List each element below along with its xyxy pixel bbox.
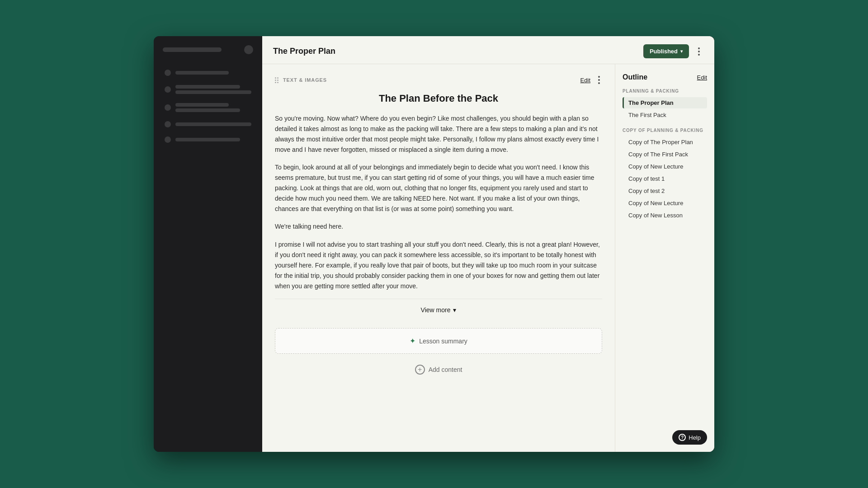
- drag-row: [275, 77, 278, 79]
- published-label: Published: [650, 48, 678, 55]
- sidebar-item-2[interactable]: [161, 82, 255, 97]
- block-type-label: TEXT & IMAGES: [283, 77, 327, 83]
- lesson-summary-block[interactable]: ✦ Lesson summary: [275, 328, 602, 354]
- lesson-summary-icon: ✦: [410, 337, 415, 345]
- sidebar-nav-circle-2: [165, 86, 171, 93]
- more-dot: [598, 79, 600, 81]
- outline-item-the-first-pack[interactable]: The First Pack: [623, 109, 707, 121]
- more-dot: [698, 54, 700, 56]
- add-content-label: Add content: [429, 366, 462, 373]
- sidebar-nav-lines-2: [175, 85, 251, 94]
- outline-item-copy-test-1[interactable]: Copy of test 1: [623, 173, 707, 184]
- sidebar-nav-circle-3: [165, 104, 171, 111]
- block-more-button[interactable]: [596, 75, 602, 85]
- more-dot: [598, 76, 600, 78]
- block-header-right: Edit: [580, 75, 602, 85]
- drag-handle[interactable]: [275, 77, 278, 83]
- edit-link[interactable]: Edit: [580, 77, 590, 84]
- sidebar-top-bar: [161, 45, 255, 54]
- outline-edit-link[interactable]: Edit: [697, 74, 707, 81]
- article-paragraph-4: I promise I will not advise you to start…: [275, 239, 602, 291]
- sidebar-item-3[interactable]: [161, 100, 255, 115]
- drag-row: [275, 80, 278, 81]
- sidebar-line: [175, 103, 229, 107]
- sidebar-nav-lines-4: [175, 122, 251, 126]
- view-more-label: View more: [421, 306, 451, 314]
- sidebar-line: [175, 122, 251, 126]
- sidebar-nav-circle-5: [165, 136, 171, 143]
- drag-dot: [275, 77, 276, 79]
- outline-item-the-proper-plan[interactable]: The Proper Plan: [623, 97, 707, 108]
- sidebar-line: [175, 71, 229, 75]
- published-button[interactable]: Published ▾: [643, 44, 689, 58]
- sidebar-item-1[interactable]: [161, 67, 255, 79]
- sidebar-nav-circle-1: [165, 70, 171, 76]
- view-more-chevron: ▾: [453, 306, 456, 314]
- main-content: The Proper Plan Published ▾: [262, 36, 714, 452]
- top-bar: The Proper Plan Published ▾: [262, 36, 714, 64]
- sidebar-line: [175, 90, 251, 94]
- add-content-plus-icon: +: [415, 365, 425, 375]
- sidebar-line: [175, 108, 240, 112]
- sidebar-line: [175, 85, 240, 89]
- help-button[interactable]: ? Help: [672, 430, 707, 445]
- content-area: TEXT & IMAGES Edit The Plan Before the P…: [262, 64, 714, 452]
- article-paragraph-3: We're talking need here.: [275, 221, 602, 232]
- outline-item-copy-new-lecture-2[interactable]: Copy of New Lecture: [623, 197, 707, 209]
- help-label: Help: [689, 434, 701, 441]
- outline-item-copy-test-2[interactable]: Copy of test 2: [623, 185, 707, 197]
- page-title: The Proper Plan: [273, 47, 335, 56]
- drag-dot: [275, 80, 276, 81]
- sidebar-item-4[interactable]: [161, 118, 255, 130]
- article-title: The Plan Before the Pack: [275, 92, 602, 105]
- view-more-section: View more ▾: [275, 299, 602, 321]
- top-bar-actions: Published ▾: [643, 44, 703, 58]
- left-sidebar: [154, 36, 262, 452]
- more-dot: [698, 51, 700, 52]
- drag-dot: [275, 82, 276, 83]
- outline-header: Outline Edit: [623, 73, 707, 81]
- chevron-down-icon: ▾: [680, 49, 683, 54]
- drag-dot: [277, 82, 278, 83]
- sidebar-nav-lines-3: [175, 103, 251, 112]
- article-paragraph-2: To begin, look around at all of your bel…: [275, 162, 602, 214]
- block-header: TEXT & IMAGES Edit: [275, 75, 602, 85]
- lesson-summary-text: Lesson summary: [419, 338, 467, 345]
- sidebar-top-bar-line: [163, 47, 222, 52]
- more-dot: [698, 47, 700, 49]
- block-header-left: TEXT & IMAGES: [275, 77, 327, 83]
- sidebar-nav-lines-1: [175, 71, 251, 75]
- add-content-button[interactable]: + Add content: [415, 365, 462, 375]
- view-more-button[interactable]: View more ▾: [421, 306, 457, 314]
- outline-item-copy-proper-plan[interactable]: Copy of The Proper Plan: [623, 136, 707, 148]
- outline-section-label-2: COPY OF PLANNING & PACKING: [623, 128, 707, 133]
- sidebar-top-circle: [244, 45, 253, 54]
- drag-dot: [277, 80, 278, 81]
- help-icon: ?: [679, 434, 686, 441]
- add-content-block[interactable]: + Add content: [275, 354, 602, 385]
- screen-container: The Proper Plan Published ▾: [154, 36, 714, 452]
- sidebar-nav-circle-4: [165, 121, 171, 127]
- outline-item-copy-first-pack[interactable]: Copy of The First Pack: [623, 149, 707, 160]
- outline-section-label-1: PLANNING & PACKING: [623, 89, 707, 94]
- lesson-body: TEXT & IMAGES Edit The Plan Before the P…: [262, 64, 615, 452]
- more-dot: [598, 82, 600, 84]
- sidebar-line: [175, 138, 240, 141]
- drag-dot: [277, 77, 278, 79]
- article-paragraph-1: So you're moving. Now what? Where do you…: [275, 113, 602, 155]
- sidebar-item-5[interactable]: [161, 134, 255, 145]
- outline-item-copy-new-lecture-1[interactable]: Copy of New Lecture: [623, 161, 707, 172]
- outline-item-copy-new-lesson[interactable]: Copy of New Lesson: [623, 210, 707, 221]
- drag-row: [275, 82, 278, 83]
- outline-panel: Outline Edit PLANNING & PACKING The Prop…: [615, 64, 714, 452]
- outline-title: Outline: [623, 73, 647, 81]
- sidebar-nav-lines-5: [175, 138, 251, 141]
- more-options-button[interactable]: [694, 46, 703, 57]
